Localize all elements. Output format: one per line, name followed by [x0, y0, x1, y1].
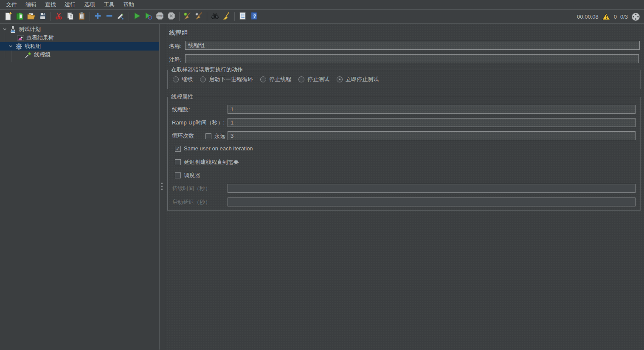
threads-input[interactable]	[228, 105, 636, 114]
clear-broom-icon	[183, 11, 192, 22]
radio-label: 启动下一进程循环	[209, 76, 253, 83]
edit-button[interactable]	[115, 11, 127, 23]
radio-label: 继续	[182, 76, 193, 83]
page-title: 线程组	[169, 29, 188, 37]
name-label: 名称:	[169, 42, 182, 51]
test-plan-icon	[9, 26, 17, 33]
loop-count-input[interactable]	[228, 131, 636, 140]
content-area: 测试计划 查看结果树 线程组 线程组 线程组 名称: 注释: 在取样器错误后要执…	[0, 24, 644, 350]
shutdown-icon	[167, 11, 176, 22]
forever-checkbox[interactable]: 永远	[205, 133, 225, 140]
tree-node-label: 查看结果树	[26, 34, 54, 42]
start-icon	[132, 11, 141, 22]
shutdown-button[interactable]	[166, 11, 177, 23]
help-button[interactable]: ?	[248, 11, 260, 23]
radio-icon	[337, 76, 343, 82]
tree-node-results-tree[interactable]: 查看结果树	[0, 34, 159, 42]
radio-continue[interactable]: 继续	[173, 76, 193, 83]
clear-search-brush-icon	[222, 11, 231, 22]
thread-properties-legend: 线程属性	[169, 93, 195, 100]
scheduler-label: 调度器	[184, 172, 200, 179]
checkbox-icon	[175, 172, 181, 178]
save-icon	[38, 11, 47, 22]
thread-group-config-panel: 线程组 名称: 注释: 在取样器错误后要执行的动作 继续 启动下一进程循环 停止…	[165, 24, 644, 350]
copy-icon	[66, 11, 75, 22]
save-button[interactable]	[37, 11, 48, 23]
toolbar: STOP ? 00:00:08 0 0/3	[0, 10, 644, 24]
chevron-down-icon[interactable]	[8, 44, 13, 49]
toolbar-separator	[179, 12, 180, 21]
menu-run[interactable]: 运行	[60, 0, 80, 9]
toolbar-separator	[129, 12, 129, 21]
templates-icon	[15, 11, 24, 22]
menu-file[interactable]: 文件	[2, 0, 21, 9]
toolbar-status-area: 00:00:08 0 0/3	[577, 12, 641, 21]
checkbox-checked-icon	[175, 146, 181, 152]
tree-node-thread-group-child[interactable]: 线程组	[0, 51, 159, 59]
add-button[interactable]	[92, 11, 104, 23]
open-templates-button[interactable]	[14, 11, 25, 23]
remove-button[interactable]	[104, 11, 115, 23]
start-no-pauses-icon	[144, 11, 153, 22]
same-user-checkbox[interactable]: Same user on each iteration	[175, 145, 253, 152]
cut-button[interactable]	[53, 11, 65, 23]
radio-icon	[173, 76, 179, 82]
clear-search-button[interactable]	[221, 11, 232, 23]
active-threads-count: 0/3	[620, 14, 628, 20]
radio-label: 停止线程	[269, 76, 291, 83]
cut-icon	[54, 11, 63, 22]
plus-icon	[93, 11, 102, 22]
remote-indicator-icon[interactable]	[631, 12, 640, 21]
clear-all-button[interactable]	[193, 11, 205, 23]
menu-help[interactable]: 帮助	[119, 0, 138, 9]
paste-icon	[77, 11, 86, 22]
loop-count-label: 循环次数	[172, 131, 194, 140]
scheduler-checkbox[interactable]: 调度器	[175, 172, 200, 179]
function-helper-icon	[238, 11, 247, 22]
checkbox-icon	[205, 133, 211, 139]
tree-node-label: 线程组	[34, 51, 51, 59]
menu-search[interactable]: 查找	[41, 0, 60, 9]
same-user-label: Same user on each iteration	[184, 145, 253, 152]
warning-icon[interactable]	[602, 13, 610, 20]
open-file-button[interactable]	[25, 11, 37, 23]
radio-stop-test[interactable]: 停止测试	[298, 76, 329, 83]
startup-delay-input[interactable]	[228, 198, 636, 206]
copy-button[interactable]	[65, 11, 76, 23]
radio-stop-test-now[interactable]: 立即停止测试	[337, 76, 379, 83]
new-file-button[interactable]	[3, 11, 14, 23]
comment-input[interactable]	[185, 54, 639, 63]
duration-input[interactable]	[228, 184, 636, 193]
search-button[interactable]	[209, 11, 221, 23]
clear-button[interactable]	[182, 11, 193, 23]
radio-stop-thread[interactable]: 停止线程	[260, 76, 291, 83]
comment-label: 注释:	[169, 55, 182, 64]
start-no-pauses-button[interactable]	[143, 11, 154, 23]
splitter-grip[interactable]	[161, 183, 163, 190]
rampup-input[interactable]	[228, 118, 636, 127]
function-helper-button[interactable]	[237, 11, 248, 23]
start-button[interactable]	[131, 11, 143, 23]
name-input[interactable]	[185, 41, 640, 50]
error-action-radio-group: 继续 启动下一进程循环 停止线程 停止测试 立即停止测试	[173, 76, 379, 83]
duration-label: 持续时间（秒）	[172, 184, 211, 193]
radio-start-next-loop[interactable]: 启动下一进程循环	[200, 76, 253, 83]
chevron-down-icon[interactable]	[2, 27, 7, 32]
tree-node-test-plan[interactable]: 测试计划	[0, 25, 159, 34]
menu-edit[interactable]: 编辑	[21, 0, 41, 9]
tree-node-thread-group[interactable]: 线程组	[0, 42, 159, 51]
toolbar-separator	[90, 12, 90, 21]
binoculars-icon	[211, 11, 219, 22]
panel-splitter[interactable]	[160, 24, 165, 350]
toolbar-separator	[51, 12, 51, 21]
delay-create-checkbox[interactable]: 延迟创建线程直到需要	[175, 158, 239, 166]
stop-button[interactable]: STOP	[154, 11, 166, 23]
checkbox-icon	[175, 159, 181, 165]
paste-button[interactable]	[76, 11, 87, 23]
menu-tools[interactable]: 工具	[99, 0, 119, 9]
radio-label: 立即停止测试	[346, 76, 379, 83]
menu-options[interactable]: 选项	[80, 0, 99, 9]
toolbar-separator	[234, 12, 235, 21]
delay-create-label: 延迟创建线程直到需要	[184, 158, 239, 166]
radio-label: 停止测试	[307, 76, 329, 83]
